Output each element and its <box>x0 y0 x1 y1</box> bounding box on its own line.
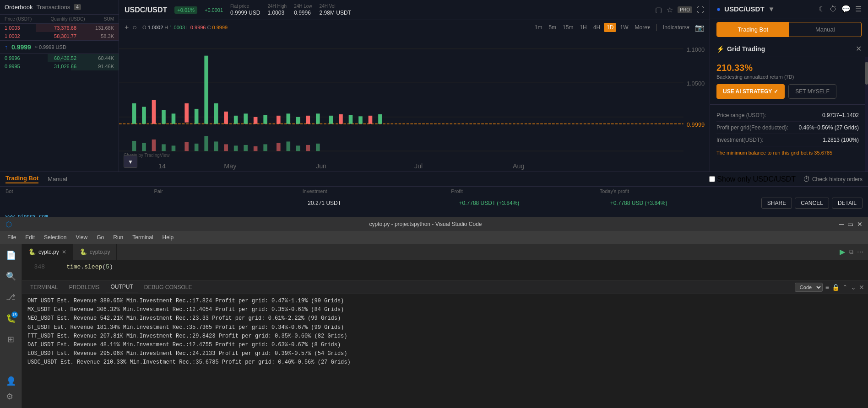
run-icon[interactable]: ▶ <box>840 247 845 256</box>
check-history-btn[interactable]: ⏱ Check history orders <box>803 175 863 183</box>
detail-button[interactable]: DETAIL <box>832 198 863 209</box>
clock-history-icon: ⏱ <box>803 175 810 183</box>
menu-file[interactable]: File <box>4 232 20 242</box>
tab-trading-bot[interactable]: Trading Bot <box>717 22 789 37</box>
camera-icon[interactable]: 📷 <box>695 23 704 32</box>
account-icon: 👤 <box>6 376 16 386</box>
pair-filter-checkbox[interactable] <box>709 176 715 182</box>
output-tab[interactable]: OUTPUT <box>106 282 137 292</box>
terminal-close-icon[interactable]: ✕ <box>859 284 864 291</box>
sidebar-item-extensions[interactable]: ⊞ <box>5 332 17 347</box>
rp-pair-display: ● USDC/USDT ▼ <box>716 5 775 13</box>
terminal-section: TERMINAL PROBLEMS OUTPUT DEBUG CONSOLE C… <box>22 280 868 408</box>
list-icon[interactable]: ≡ <box>825 284 829 291</box>
tf-1m[interactable]: 1m <box>532 23 545 32</box>
split-right-icon[interactable]: ⧉ <box>849 248 853 256</box>
pair-dropdown-icon[interactable]: ▼ <box>768 5 775 13</box>
tf-1d[interactable]: 1D <box>604 23 616 32</box>
menu-view[interactable]: View <box>72 232 91 242</box>
minimize-btn[interactable]: ─ <box>839 220 844 228</box>
editor-tab-cypto-active[interactable]: 🐍 cypto.py ✕ <box>22 244 73 260</box>
tb-bot-tab[interactable]: Trading Bot <box>5 175 38 183</box>
git-icon: ⎇ <box>6 293 16 302</box>
clock-icon[interactable]: ⏱ <box>830 5 837 13</box>
more-icon[interactable]: ⋯ <box>857 248 863 256</box>
svg-text:0.9999: 0.9999 <box>687 121 705 128</box>
use-ai-strategy-button[interactable]: USE AI STRATEGY ✓ <box>716 84 785 99</box>
lock-icon[interactable]: 🔒 <box>832 284 840 291</box>
output-line-1: MX_USDT Est. Revenue 306.32% Min.Investm… <box>27 306 863 314</box>
scroll-down-btn[interactable]: ▼ <box>124 155 137 168</box>
share-button[interactable]: SHARE <box>761 198 792 209</box>
sidebar-item-search[interactable]: 🔍 <box>3 268 19 284</box>
tf-1h[interactable]: 1H <box>577 23 589 32</box>
profit-grid-value: 0.46%–0.56% (27 Grids) <box>799 124 859 131</box>
orderbook-panel: Orderbook Transactions 4 Price (USDT) Qu… <box>0 0 119 172</box>
expand-icon[interactable]: ⌄ <box>851 284 856 291</box>
tb-manual-tab[interactable]: Manual <box>48 176 67 183</box>
cancel-button[interactable]: CANCEL <box>795 198 829 209</box>
details-section: Price range (USDT): 0.9737–1.1402 Profit… <box>710 105 865 160</box>
debug-console-tab[interactable]: DEBUG CONSOLE <box>140 282 197 292</box>
sidebar-item-git[interactable]: ⎇ <box>3 290 18 305</box>
ob-col-sum: SUM <box>104 16 114 21</box>
tb-filter-area: Show only USDC/USDT ⏱ Check history orde… <box>709 175 863 183</box>
row-profit: +0.7788 USDT (+3.84%) <box>459 200 601 206</box>
menu-help[interactable]: Help <box>159 232 178 242</box>
investment-value: 1.2813 (100%) <box>823 137 859 143</box>
window-close-btn[interactable]: ✕ <box>857 220 863 228</box>
menu-terminal[interactable]: Terminal <box>129 232 157 242</box>
indicators-btn[interactable]: Indicators▾ <box>660 23 692 32</box>
sidebar-item-account[interactable]: 👤 <box>3 373 19 389</box>
scrollbar-thumb[interactable] <box>865 62 868 85</box>
grid-content-scroll[interactable]: 210.33% Backtesting annualized return (7… <box>710 57 865 172</box>
transactions-tab[interactable]: Transactions <box>36 4 70 11</box>
svg-text:May: May <box>224 162 237 169</box>
fullscreen-icon[interactable]: ⛶ <box>697 6 704 14</box>
svg-rect-15 <box>234 116 238 124</box>
code-func-sleep: time <box>66 263 81 270</box>
restore-btn[interactable]: ▭ <box>847 220 853 228</box>
hamburger-icon[interactable]: ☰ <box>855 5 862 13</box>
editor-tab-cypto-inactive[interactable]: 🐍 cypto.py <box>73 244 117 260</box>
close-grid-btn[interactable]: ✕ <box>856 44 862 53</box>
mid-price-value: 0.9999 <box>11 43 31 51</box>
output-source-select[interactable]: Code <box>795 283 823 292</box>
menu-go[interactable]: Go <box>93 232 108 242</box>
vscode-titlebar: ⬡ cypto.py - projectspython - Visual Stu… <box>0 217 868 231</box>
star-icon[interactable]: ☆ <box>667 5 673 14</box>
tab-manual[interactable]: Manual <box>789 22 862 37</box>
notes-icon[interactable]: ▢ <box>655 5 662 14</box>
sidebar-item-settings[interactable]: ⚙ <box>3 389 19 404</box>
sidebar-item-explorer[interactable]: 📄 <box>3 247 19 263</box>
menu-edit[interactable]: Edit <box>22 232 38 242</box>
tf-1w[interactable]: 1W <box>617 23 631 32</box>
vscode-window-title: cypto.py - projectspython - Visual Studi… <box>369 221 482 227</box>
right-panel: ● USDC/USDT ▼ ☾ ⏱ 💬 ☰ Trading Bot Manual… <box>710 0 868 172</box>
rp-icon-group: ☾ ⏱ 💬 ☰ <box>819 5 862 13</box>
show-pair-filter[interactable]: Show only USDC/USDT <box>709 175 796 183</box>
checkmark-icon: ✓ <box>774 88 778 95</box>
col-profit: Profit <box>451 188 590 194</box>
chat-icon[interactable]: 💬 <box>841 5 851 13</box>
col-investment: Investment <box>303 188 442 194</box>
set-myself-button[interactable]: SET MYSELF <box>788 84 836 99</box>
fiat-label: Fiat price <box>230 4 260 9</box>
collapse-up-icon[interactable]: ⌃ <box>842 284 848 291</box>
sidebar-item-debug[interactable]: 🐛 15 <box>3 311 19 326</box>
scrollbar-track[interactable] <box>865 57 868 172</box>
tf-4h[interactable]: 4H <box>591 23 603 32</box>
vol-label: 24H Vol <box>320 4 351 9</box>
min-balance-note: The minimum balance to run this grid bot… <box>716 150 859 156</box>
tf-5m[interactable]: 5m <box>546 23 559 32</box>
problems-tab[interactable]: PROBLEMS <box>65 282 104 292</box>
vscode-section: ⬡ cypto.py - projectspython - Visual Stu… <box>0 217 868 408</box>
tf-more[interactable]: More▾ <box>632 23 652 32</box>
menu-selection[interactable]: Selection <box>40 232 70 242</box>
ohlc-h: 1.0003 <box>169 25 185 30</box>
menu-run[interactable]: Run <box>109 232 127 242</box>
moon-icon[interactable]: ☾ <box>819 5 825 13</box>
tf-15m[interactable]: 15m <box>560 23 576 32</box>
terminal-tab[interactable]: TERMINAL <box>26 282 63 292</box>
tab-close-active[interactable]: ✕ <box>62 249 66 255</box>
